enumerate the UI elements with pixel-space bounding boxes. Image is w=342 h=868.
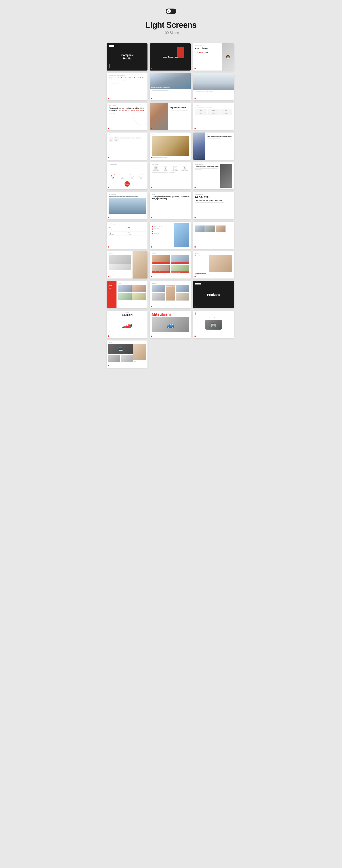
slide23-title: Projects: [152, 253, 189, 254]
slide-24-projects2[interactable]: Projects Before we knew it Almost believ…: [193, 251, 234, 279]
slide22-img2: [108, 265, 131, 270]
slide15-text: Lorem ipsum dolor sit amet consectetur a…: [195, 168, 220, 170]
wwd-icon-4: 🎨: [183, 166, 186, 170]
slide23-indicator: [151, 276, 152, 277]
slide10-grid: react Sframe react slack facty Sframe sl…: [108, 136, 146, 142]
slide27-logo: unfold: [195, 283, 201, 284]
slide-16-experience[interactable]: Our Experience Apparently, we had reache…: [107, 192, 148, 219]
slide26-img2: [152, 293, 165, 301]
slide-15-about[interactable]: About Company Looking down into the dark…: [193, 162, 234, 189]
slide30-text: Lorem ipsum dolor sit amet consectetur: [207, 331, 220, 332]
slide31-layout: 💻 TechMap: [108, 344, 146, 362]
slide14-icons: 📋 Strategic Planning 💡 Digital Idea ✓ Di…: [152, 166, 189, 171]
slide-8-explore[interactable]: Explore the World Lorem ipsum dolor sit …: [150, 103, 191, 130]
partner-5: facty: [208, 112, 220, 115]
slide31-img2: [108, 355, 120, 362]
slide14-indicator: [151, 187, 152, 188]
slide20-image: [174, 223, 189, 247]
slide-17-prices[interactable]: Prices Looking down into the dark gulf b…: [150, 192, 191, 219]
slide9-indicator: [194, 128, 195, 129]
slide30-device: [205, 320, 222, 330]
slide28-caption: Almost before we knew it: [108, 329, 146, 331]
slide3-stat2: $254M: [202, 47, 208, 50]
slide-22-timeline2[interactable]: Timeline New in three windows Hits in th…: [107, 251, 148, 279]
slide-27-products-dark[interactable]: unfold Products: [193, 281, 234, 308]
slide-30-vr[interactable]: unfold Product Configurator Lorem ipsum …: [193, 311, 234, 338]
slides-grid: unfold CompanyProfile User Experience ──…: [107, 43, 235, 368]
slide-2-user-experience[interactable]: User Experience ─────────: [150, 43, 191, 70]
slide4-title: Company Vision, Mission & Values: [108, 75, 146, 76]
slide3-label1: Clients: [195, 50, 200, 51]
slide28-car-container: 🏎️: [108, 318, 146, 329]
slide3-indicator: [194, 68, 195, 69]
project-1: Almost believed we knew it: [152, 255, 170, 264]
slide1-title: CompanyProfile: [121, 54, 133, 60]
partner-2: Sframe: [208, 109, 220, 112]
slide-9-partners[interactable]: Partners The sponsorse before we ever vi…: [193, 103, 234, 130]
slide11-indicator: [151, 157, 152, 158]
slide24-title: Projects: [195, 253, 232, 254]
slide8-image: [150, 103, 168, 130]
slide3-stat3: 800.000+: [195, 51, 203, 54]
slide13-center: OurCommitment: [125, 181, 130, 187]
slide20-title: Our History: [152, 223, 174, 225]
slide28-car-icon: 🏎️: [122, 318, 132, 329]
slide16-image: [108, 198, 146, 214]
slide-28-ferrari[interactable]: unfold Product Ferrari 🏎️ Almost before …: [107, 311, 148, 338]
slide-12-abstract[interactable]: Almost it Almost before we knew it, we h…: [193, 132, 234, 160]
slide-7-ceo[interactable]: unfold CEO Message "Apparently we had re…: [107, 103, 148, 130]
slide13-diagram: OurCommitment Plan Strategy Design Ideal: [108, 174, 146, 189]
slide26-layout: Almost before we knew it: [152, 285, 189, 301]
slide-11-clients2[interactable]: Clients Almost believed knew it, we feel…: [150, 132, 191, 160]
slide24-indicator: [194, 276, 195, 277]
slide27-indicator: [194, 306, 195, 307]
slide19-title: SWOT Analysis: [108, 223, 146, 225]
slide-29-mitsubishi[interactable]: Mitsubishi Almost before we knew it, we …: [150, 311, 191, 338]
slide11-text: Almost believed knew it, we feel left th…: [152, 157, 189, 158]
slide-31-profile-map[interactable]: Profile Map 💻 TechMap: [107, 340, 148, 368]
slide-10-clients[interactable]: Clients react Sframe react slack facty S…: [107, 132, 148, 160]
slide21-title: Timeline: [195, 223, 232, 225]
slide18-heading: Looking down into the dark gulf below.: [195, 199, 232, 202]
slide24-image: [209, 255, 232, 272]
slide15-content: About Company Looking down into the dark…: [195, 164, 220, 188]
slide-26-projects4[interactable]: Projects Almost before we knew it: [150, 281, 191, 308]
toggle-knob: [166, 9, 171, 13]
slide31-title: Profile Map: [108, 342, 113, 343]
slide24-bottom: Almost believed we knew it Almost believ…: [195, 273, 232, 275]
slide29-indicator: [151, 336, 152, 337]
slide3-stat1: 1000+: [195, 47, 200, 50]
slide-20-history[interactable]: Our History January 01 - Project Title A…: [150, 222, 191, 249]
slide27-title: Products: [207, 293, 220, 297]
slide-4-mission[interactable]: Company Vision, Mission & Values Almost …: [107, 73, 148, 100]
slide-13-business-process[interactable]: Business Process OurCommitment Plan Stra…: [107, 162, 148, 189]
slide8-text: Lorem ipsum dolor sit amet consectetur a…: [170, 110, 189, 112]
slide29-text: Almost before we knew it, we had left th…: [152, 333, 189, 334]
slide13-nodes: Plan Strategy Design Ideal: [108, 174, 146, 179]
slide6-indicator: [194, 98, 195, 99]
slide11-image: [152, 136, 189, 156]
proj-img-2: [132, 285, 146, 292]
slide16-indicator: [108, 217, 109, 218]
slide-18-exp-stats[interactable]: Our Experiences 24 50+ 250+ Looking down…: [193, 192, 234, 219]
page-title: Light Screens: [146, 21, 196, 30]
slide-14-what-we-do[interactable]: What We Do 📋 Strategic Planning 💡 Digita…: [150, 162, 191, 189]
slide-25-projects3[interactable]: Almost before we knew it Projects: [107, 281, 148, 308]
slide26-img5: [176, 293, 189, 301]
client-3: react: [120, 136, 125, 139]
slide30-indicator: [194, 336, 195, 337]
slide4-cols: Almost before we know it, we had Lorem i…: [108, 77, 146, 82]
slide-3-overview[interactable]: Company Overview 1000+ Clients $254M Rev…: [193, 43, 234, 70]
slide-21-timeline[interactable]: Timeline Three generations... Advanced b…: [193, 222, 234, 249]
history-item-3: January 01 - 2020: [152, 230, 174, 232]
slide-6-white-arch[interactable]: Almost believed knew it, we feel left th…: [193, 73, 234, 100]
theme-toggle[interactable]: [166, 8, 176, 14]
slide-23-projects[interactable]: Projects Almost believed we knew it Scho…: [150, 251, 191, 279]
partner-4: slack: [195, 112, 207, 115]
partner-1: react: [195, 109, 207, 112]
slide-5-arch[interactable]: Almost believed knew it, we feel left th…: [150, 73, 191, 100]
proj-img-3: [118, 293, 132, 300]
slide-1-company-profile[interactable]: unfold CompanyProfile: [107, 43, 148, 70]
slide14-text: Lorem ipsum dolor sit amet consectetur a…: [152, 172, 189, 173]
slide-19-swot[interactable]: SWOT Analysis S Strengths W Weaknesses O…: [107, 222, 148, 249]
